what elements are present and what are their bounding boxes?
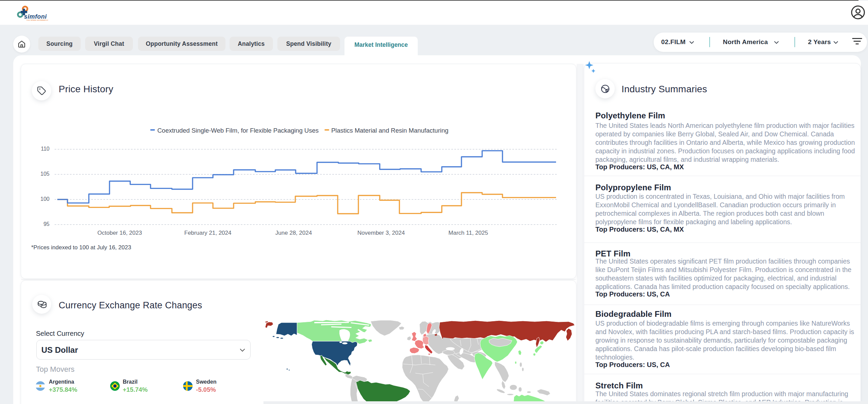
svg-text:YOU SPEND DIFFERENTLY: YOU SPEND DIFFERENTLY bbox=[26, 19, 48, 21]
svg-text:simfoni: simfoni bbox=[24, 13, 47, 20]
